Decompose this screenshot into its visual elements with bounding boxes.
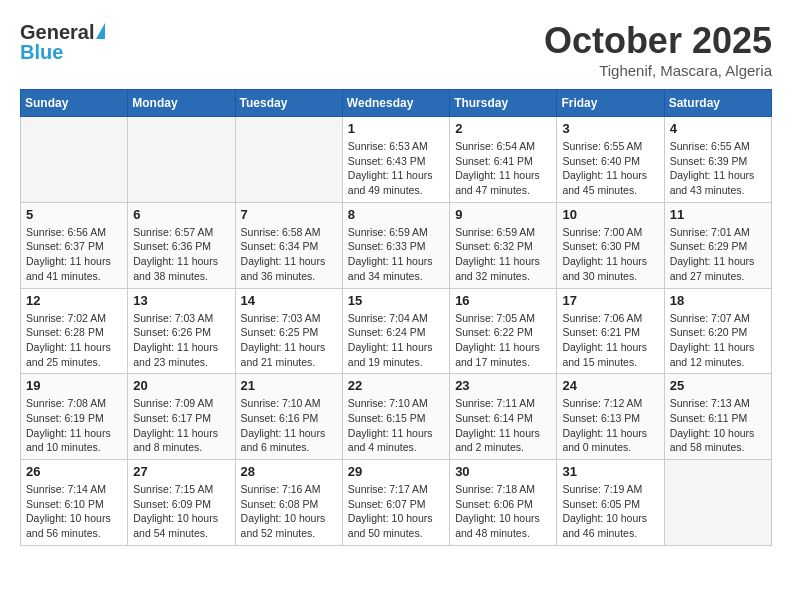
day-number: 20 (133, 378, 229, 393)
day-number: 7 (241, 207, 337, 222)
day-info: Sunrise: 6:58 AM Sunset: 6:34 PM Dayligh… (241, 225, 337, 284)
day-number: 3 (562, 121, 658, 136)
day-number: 26 (26, 464, 122, 479)
day-cell: 24Sunrise: 7:12 AM Sunset: 6:13 PM Dayli… (557, 374, 664, 460)
day-info: Sunrise: 7:18 AM Sunset: 6:06 PM Dayligh… (455, 482, 551, 541)
day-number: 8 (348, 207, 444, 222)
day-number: 29 (348, 464, 444, 479)
day-info: Sunrise: 7:19 AM Sunset: 6:05 PM Dayligh… (562, 482, 658, 541)
day-cell: 23Sunrise: 7:11 AM Sunset: 6:14 PM Dayli… (450, 374, 557, 460)
day-info: Sunrise: 7:13 AM Sunset: 6:11 PM Dayligh… (670, 396, 766, 455)
day-number: 5 (26, 207, 122, 222)
day-number: 16 (455, 293, 551, 308)
day-number: 15 (348, 293, 444, 308)
day-info: Sunrise: 7:08 AM Sunset: 6:19 PM Dayligh… (26, 396, 122, 455)
day-cell: 7Sunrise: 6:58 AM Sunset: 6:34 PM Daylig… (235, 202, 342, 288)
day-info: Sunrise: 7:01 AM Sunset: 6:29 PM Dayligh… (670, 225, 766, 284)
day-cell: 19Sunrise: 7:08 AM Sunset: 6:19 PM Dayli… (21, 374, 128, 460)
day-cell: 4Sunrise: 6:55 AM Sunset: 6:39 PM Daylig… (664, 117, 771, 203)
day-number: 11 (670, 207, 766, 222)
day-number: 13 (133, 293, 229, 308)
day-info: Sunrise: 7:09 AM Sunset: 6:17 PM Dayligh… (133, 396, 229, 455)
day-info: Sunrise: 7:04 AM Sunset: 6:24 PM Dayligh… (348, 311, 444, 370)
day-cell: 8Sunrise: 6:59 AM Sunset: 6:33 PM Daylig… (342, 202, 449, 288)
day-cell: 11Sunrise: 7:01 AM Sunset: 6:29 PM Dayli… (664, 202, 771, 288)
weekday-wednesday: Wednesday (342, 90, 449, 117)
title-block: October 2025 Tighenif, Mascara, Algeria (544, 20, 772, 79)
weekday-sunday: Sunday (21, 90, 128, 117)
weekday-thursday: Thursday (450, 90, 557, 117)
day-cell: 26Sunrise: 7:14 AM Sunset: 6:10 PM Dayli… (21, 460, 128, 546)
day-number: 31 (562, 464, 658, 479)
week-row-0: 1Sunrise: 6:53 AM Sunset: 6:43 PM Daylig… (21, 117, 772, 203)
day-cell: 6Sunrise: 6:57 AM Sunset: 6:36 PM Daylig… (128, 202, 235, 288)
day-cell (21, 117, 128, 203)
day-number: 18 (670, 293, 766, 308)
day-number: 30 (455, 464, 551, 479)
day-cell: 29Sunrise: 7:17 AM Sunset: 6:07 PM Dayli… (342, 460, 449, 546)
week-row-4: 26Sunrise: 7:14 AM Sunset: 6:10 PM Dayli… (21, 460, 772, 546)
day-info: Sunrise: 7:10 AM Sunset: 6:15 PM Dayligh… (348, 396, 444, 455)
day-cell: 31Sunrise: 7:19 AM Sunset: 6:05 PM Dayli… (557, 460, 664, 546)
day-info: Sunrise: 7:07 AM Sunset: 6:20 PM Dayligh… (670, 311, 766, 370)
day-cell: 27Sunrise: 7:15 AM Sunset: 6:09 PM Dayli… (128, 460, 235, 546)
day-number: 2 (455, 121, 551, 136)
day-cell: 14Sunrise: 7:03 AM Sunset: 6:25 PM Dayli… (235, 288, 342, 374)
day-cell: 18Sunrise: 7:07 AM Sunset: 6:20 PM Dayli… (664, 288, 771, 374)
day-cell: 2Sunrise: 6:54 AM Sunset: 6:41 PM Daylig… (450, 117, 557, 203)
day-cell: 10Sunrise: 7:00 AM Sunset: 6:30 PM Dayli… (557, 202, 664, 288)
day-info: Sunrise: 6:56 AM Sunset: 6:37 PM Dayligh… (26, 225, 122, 284)
day-number: 24 (562, 378, 658, 393)
day-number: 4 (670, 121, 766, 136)
day-info: Sunrise: 6:54 AM Sunset: 6:41 PM Dayligh… (455, 139, 551, 198)
day-cell: 12Sunrise: 7:02 AM Sunset: 6:28 PM Dayli… (21, 288, 128, 374)
day-number: 19 (26, 378, 122, 393)
day-number: 25 (670, 378, 766, 393)
day-info: Sunrise: 7:17 AM Sunset: 6:07 PM Dayligh… (348, 482, 444, 541)
day-info: Sunrise: 6:55 AM Sunset: 6:40 PM Dayligh… (562, 139, 658, 198)
day-cell (664, 460, 771, 546)
logo: General Blue (20, 20, 105, 64)
day-number: 28 (241, 464, 337, 479)
day-cell: 13Sunrise: 7:03 AM Sunset: 6:26 PM Dayli… (128, 288, 235, 374)
week-row-2: 12Sunrise: 7:02 AM Sunset: 6:28 PM Dayli… (21, 288, 772, 374)
page-header: General Blue October 2025 Tighenif, Masc… (20, 20, 772, 79)
day-number: 6 (133, 207, 229, 222)
day-cell: 1Sunrise: 6:53 AM Sunset: 6:43 PM Daylig… (342, 117, 449, 203)
day-cell: 16Sunrise: 7:05 AM Sunset: 6:22 PM Dayli… (450, 288, 557, 374)
day-number: 22 (348, 378, 444, 393)
calendar-table: SundayMondayTuesdayWednesdayThursdayFrid… (20, 89, 772, 546)
day-cell: 21Sunrise: 7:10 AM Sunset: 6:16 PM Dayli… (235, 374, 342, 460)
day-cell: 28Sunrise: 7:16 AM Sunset: 6:08 PM Dayli… (235, 460, 342, 546)
day-info: Sunrise: 7:14 AM Sunset: 6:10 PM Dayligh… (26, 482, 122, 541)
week-row-1: 5Sunrise: 6:56 AM Sunset: 6:37 PM Daylig… (21, 202, 772, 288)
day-info: Sunrise: 6:59 AM Sunset: 6:32 PM Dayligh… (455, 225, 551, 284)
day-info: Sunrise: 7:15 AM Sunset: 6:09 PM Dayligh… (133, 482, 229, 541)
day-info: Sunrise: 7:03 AM Sunset: 6:26 PM Dayligh… (133, 311, 229, 370)
day-info: Sunrise: 7:00 AM Sunset: 6:30 PM Dayligh… (562, 225, 658, 284)
day-cell: 22Sunrise: 7:10 AM Sunset: 6:15 PM Dayli… (342, 374, 449, 460)
day-cell: 17Sunrise: 7:06 AM Sunset: 6:21 PM Dayli… (557, 288, 664, 374)
day-cell: 15Sunrise: 7:04 AM Sunset: 6:24 PM Dayli… (342, 288, 449, 374)
weekday-monday: Monday (128, 90, 235, 117)
day-cell (235, 117, 342, 203)
day-cell: 30Sunrise: 7:18 AM Sunset: 6:06 PM Dayli… (450, 460, 557, 546)
month-title: October 2025 (544, 20, 772, 62)
day-cell: 3Sunrise: 6:55 AM Sunset: 6:40 PM Daylig… (557, 117, 664, 203)
day-number: 27 (133, 464, 229, 479)
day-info: Sunrise: 7:02 AM Sunset: 6:28 PM Dayligh… (26, 311, 122, 370)
weekday-friday: Friday (557, 90, 664, 117)
day-info: Sunrise: 6:55 AM Sunset: 6:39 PM Dayligh… (670, 139, 766, 198)
day-cell: 9Sunrise: 6:59 AM Sunset: 6:32 PM Daylig… (450, 202, 557, 288)
weekday-saturday: Saturday (664, 90, 771, 117)
day-info: Sunrise: 7:03 AM Sunset: 6:25 PM Dayligh… (241, 311, 337, 370)
day-info: Sunrise: 7:16 AM Sunset: 6:08 PM Dayligh… (241, 482, 337, 541)
day-number: 21 (241, 378, 337, 393)
day-info: Sunrise: 6:59 AM Sunset: 6:33 PM Dayligh… (348, 225, 444, 284)
day-info: Sunrise: 7:10 AM Sunset: 6:16 PM Dayligh… (241, 396, 337, 455)
day-number: 23 (455, 378, 551, 393)
logo-blue: Blue (20, 40, 105, 64)
day-cell: 5Sunrise: 6:56 AM Sunset: 6:37 PM Daylig… (21, 202, 128, 288)
day-info: Sunrise: 7:06 AM Sunset: 6:21 PM Dayligh… (562, 311, 658, 370)
day-number: 14 (241, 293, 337, 308)
